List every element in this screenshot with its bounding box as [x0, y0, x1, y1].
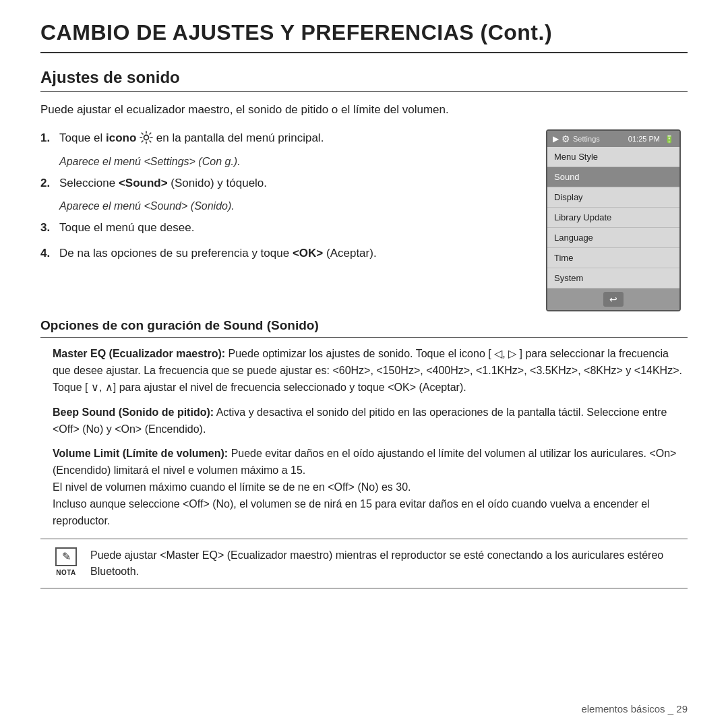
device-menu-menu-style[interactable]: Menu Style	[547, 147, 679, 167]
device-header-left: ▶ ⚙ Settings	[553, 133, 600, 144]
step-2-num: 2.	[40, 175, 55, 192]
device-settings-label: Settings	[573, 135, 600, 143]
device-screenshot: ▶ ⚙ Settings 01:25 PM 🔋 Menu Style Sound…	[546, 129, 688, 311]
step-3: 3. Toque el menú que desee.	[40, 219, 526, 237]
desc-volume-label: Volume Limit (Límite de volumen):	[53, 448, 228, 459]
step-2: 2. Seleccione <Sound> (Sonido) y tóquelo…	[40, 175, 526, 192]
step-3-num: 3.	[40, 219, 55, 237]
device-back-button[interactable]: ↩	[603, 292, 624, 307]
step-1-text: Toque el icono en la pantalla del menú p…	[59, 129, 324, 147]
step-1: 1. Toque el icono en la pantalla del men…	[40, 129, 526, 147]
device-menu-sound[interactable]: Sound	[547, 167, 679, 187]
main-title: CAMBIO DE AJUSTES Y PREFERENCIAS (Cont.)	[40, 20, 688, 53]
page: CAMBIO DE AJUSTES Y PREFERENCIAS (Cont.)…	[0, 0, 728, 728]
note-icon-symbol: ✎	[55, 547, 77, 566]
device-footer: ↩	[547, 289, 679, 310]
device-menu-display[interactable]: Display	[547, 187, 679, 208]
device-header: ▶ ⚙ Settings 01:25 PM 🔋	[547, 131, 679, 147]
sub-section-title: Opciones de con guración de Sound (Sonid…	[40, 318, 688, 338]
play-icon: ▶	[553, 134, 559, 144]
intro-text: Puede ajustar el ecualizador maestro, el…	[40, 101, 688, 119]
desc-beep-label: Beep Sound (Sonido de pitido):	[53, 406, 214, 418]
device-gear-icon: ⚙	[562, 133, 570, 144]
desc-master-eq: Master EQ (Ecualizador maestro): Puede o…	[40, 346, 688, 396]
step-2-text: Seleccione <Sound> (Sonido) y tóquelo.	[59, 175, 267, 192]
device-time-text: 01:25 PM	[628, 135, 660, 143]
content-area: 1. Toque el icono en la pantalla del men…	[40, 129, 688, 311]
device-menu-time[interactable]: Time	[547, 248, 679, 268]
desc-beep-sound: Beep Sound (Sonido de pitido): Activa y …	[40, 404, 688, 438]
desc-volume-limit: Volume Limit (Límite de volumen): Puede …	[40, 446, 688, 529]
footer-text: elementos básicos _ 29	[581, 703, 688, 715]
steps-col: 1. Toque el icono en la pantalla del men…	[40, 129, 526, 311]
device-menu-system[interactable]: System	[547, 268, 679, 289]
device-menu-language[interactable]: Language	[547, 228, 679, 248]
step-1-sub: Aparece el menú <Settings> (Con g.).	[59, 156, 526, 168]
step-1-num: 1.	[40, 129, 55, 147]
note-text: Puede ajustar <Master EQ> (Ecualizador m…	[90, 547, 677, 580]
device-screen: ▶ ⚙ Settings 01:25 PM 🔋 Menu Style Sound…	[546, 129, 681, 311]
device-time: 01:25 PM 🔋	[628, 135, 674, 144]
svg-point-0	[144, 135, 149, 140]
step-4: 4. De na las opciones de su preferencia …	[40, 245, 526, 262]
step-4-text: De na las opciones de su preferencia y t…	[59, 245, 377, 262]
step-2-sub: Aparece el menú <Sound> (Sonido).	[59, 200, 526, 212]
note-label: NOTA	[56, 568, 76, 578]
battery-icon: 🔋	[665, 135, 674, 143]
note-box: ✎ NOTA Puede ajustar <Master EQ> (Ecuali…	[40, 539, 688, 588]
settings-icon	[140, 131, 153, 144]
desc-volume-text: Puede evitar daños en el oído ajustando …	[53, 448, 676, 526]
device-menu-library-update[interactable]: Library Update	[547, 208, 679, 228]
step-3-text: Toque el menú que desee.	[59, 219, 194, 237]
desc-master-eq-label: Master EQ (Ecualizador maestro):	[53, 348, 225, 359]
step-4-num: 4.	[40, 245, 55, 262]
section-title: Ajustes de sonido	[40, 68, 688, 92]
note-icon: ✎ NOTA	[51, 547, 81, 578]
